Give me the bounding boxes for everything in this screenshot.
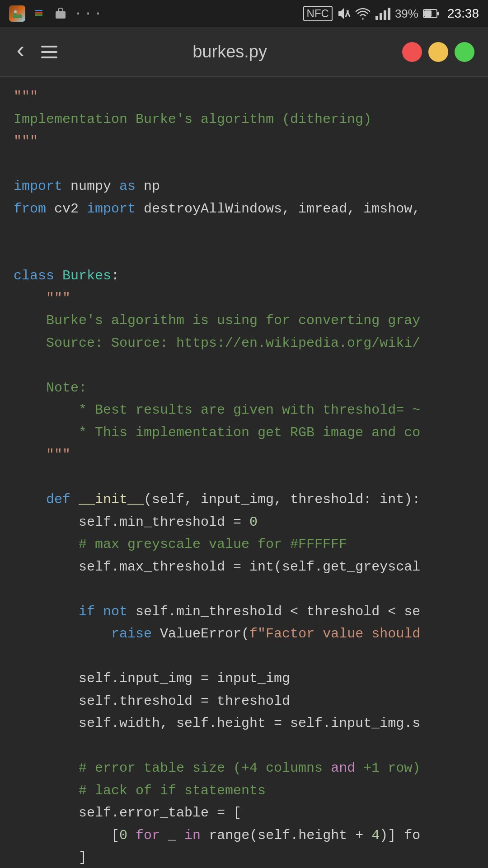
code-line bbox=[14, 646, 488, 668]
nav-bar: ‹ burkes.py bbox=[0, 27, 488, 77]
time-display: 23:38 bbox=[447, 6, 479, 21]
code-line: import numpy as np bbox=[14, 175, 488, 198]
wifi-icon bbox=[355, 7, 371, 20]
code-line: if not self.min_threshold < threshold < … bbox=[14, 601, 488, 623]
svg-rect-3 bbox=[56, 11, 66, 19]
gallery-icon bbox=[9, 5, 25, 22]
svg-rect-12 bbox=[424, 10, 432, 17]
svg-rect-9 bbox=[388, 8, 390, 20]
minimize-dot[interactable] bbox=[428, 42, 448, 62]
code-line: Burke's algorithm is using for convertin… bbox=[14, 310, 488, 332]
code-line: """ bbox=[14, 444, 488, 467]
code-line: def __init__(self, input_img, threshold:… bbox=[14, 489, 488, 511]
code-line: ] bbox=[14, 847, 488, 868]
battery-percent: 39% bbox=[395, 7, 418, 21]
code-line bbox=[14, 735, 488, 758]
file-title: burkes.py bbox=[57, 42, 402, 61]
code-line: Implementation Burke's algorithm (dither… bbox=[14, 108, 488, 131]
code-line: self.threshold = threshold bbox=[14, 690, 488, 713]
hamburger-icon bbox=[41, 46, 57, 47]
window-controls bbox=[402, 42, 474, 62]
code-line: [0 for _ in range(self.height + 4)] fo bbox=[14, 825, 488, 847]
signal-icon bbox=[375, 7, 390, 20]
menu-button[interactable] bbox=[41, 46, 57, 58]
hamburger-icon bbox=[41, 57, 57, 58]
code-line: """ bbox=[14, 288, 488, 310]
status-bar: ··· NFC 39% 23 bbox=[0, 0, 488, 27]
battery-icon bbox=[423, 9, 439, 19]
code-line: # max greyscale value for #FFFFFF bbox=[14, 533, 488, 556]
code-line: self.error_table = [ bbox=[14, 802, 488, 825]
code-line: raise ValueError(f"Factor value should bbox=[14, 623, 488, 646]
nav-left: ‹ bbox=[14, 40, 57, 64]
hamburger-icon bbox=[41, 51, 57, 53]
code-line: from cv2 import destroyAllWindows, imrea… bbox=[14, 198, 488, 221]
code-line: Source: Source: https://en.wikipedia.org… bbox=[14, 332, 488, 355]
code-line: # lack of if statements bbox=[14, 780, 488, 802]
maximize-dot[interactable] bbox=[455, 42, 474, 62]
mute-icon bbox=[337, 7, 351, 20]
bag-icon bbox=[52, 5, 69, 22]
code-line: self.input_img = input_img bbox=[14, 668, 488, 690]
code-line bbox=[14, 153, 488, 176]
code-line: self.max_threshold = int(self.get_greysc… bbox=[14, 556, 488, 579]
back-button[interactable]: ‹ bbox=[14, 40, 28, 64]
code-line: """ bbox=[14, 131, 488, 153]
svg-rect-6 bbox=[375, 16, 378, 20]
code-line bbox=[14, 220, 488, 243]
code-line bbox=[14, 243, 488, 265]
code-line: Note: bbox=[14, 377, 488, 400]
code-line: * Best results are given with threshold=… bbox=[14, 399, 488, 422]
code-line bbox=[14, 467, 488, 489]
svg-rect-7 bbox=[380, 13, 382, 20]
code-line: self.min_threshold = 0 bbox=[14, 511, 488, 534]
code-line: class Burkes: bbox=[14, 265, 488, 288]
svg-point-1 bbox=[14, 10, 17, 13]
more-options[interactable]: ··· bbox=[74, 6, 104, 21]
status-bar-right: NFC 39% 23:38 bbox=[303, 6, 479, 21]
code-line: * This implementation get RGB image and … bbox=[14, 422, 488, 444]
code-line: """ bbox=[14, 86, 488, 108]
svg-rect-11 bbox=[437, 12, 439, 15]
code-line bbox=[14, 578, 488, 601]
code-line: # error table size (+4 columns and +1 ro… bbox=[14, 757, 488, 780]
code-line bbox=[14, 354, 488, 377]
nfc-icon: NFC bbox=[303, 6, 333, 21]
close-dot[interactable] bbox=[402, 42, 422, 62]
status-bar-left: ··· bbox=[9, 5, 104, 22]
google-icon bbox=[31, 5, 47, 22]
code-editor[interactable]: """ Implementation Burke's algorithm (di… bbox=[0, 77, 488, 868]
code-line: self.width, self.height = self.input_img… bbox=[14, 712, 488, 735]
svg-rect-8 bbox=[384, 10, 386, 20]
